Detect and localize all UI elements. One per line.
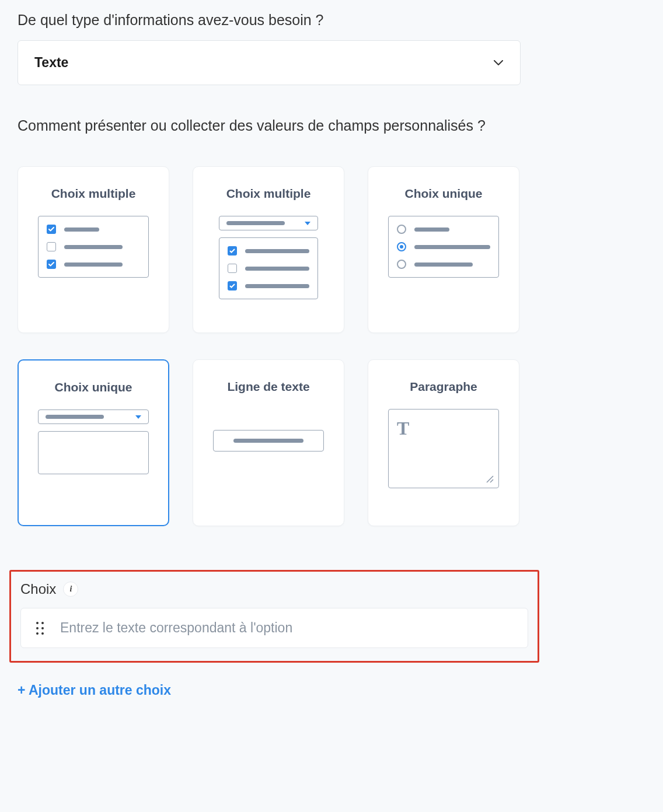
checkbox-icon [47, 225, 56, 234]
checkbox-icon [228, 264, 237, 273]
resize-icon [486, 475, 494, 483]
radio-icon [397, 242, 406, 251]
card-single-dropdown[interactable]: Choix unique [18, 359, 169, 526]
card-title: Ligne de texte [227, 380, 309, 394]
card-text-line[interactable]: Ligne de texte [193, 359, 344, 526]
checkbox-icon [47, 260, 56, 269]
dropdown-selected-value: Texte [34, 55, 68, 71]
text-icon: T [397, 418, 409, 439]
preview-paragraph: T [388, 409, 499, 488]
presentation-label: Comment présenter ou collecter des valeu… [18, 117, 645, 134]
choices-section: Choix i [9, 570, 539, 663]
preview-dropdown [219, 216, 318, 230]
svg-line-1 [490, 480, 493, 482]
card-title: Choix multiple [226, 187, 311, 201]
svg-line-0 [487, 476, 493, 482]
choice-row [20, 608, 528, 648]
preview-text-line [213, 430, 324, 452]
choices-label: Choix [20, 581, 56, 597]
preview-list [38, 431, 149, 474]
checkbox-icon [47, 242, 56, 251]
radio-icon [397, 225, 406, 234]
field-type-grid: Choix multiple Choix multiple [18, 166, 645, 526]
card-title: Choix multiple [51, 187, 136, 201]
choice-text-input[interactable] [60, 620, 512, 636]
card-paragraph[interactable]: Paragraphe T [368, 359, 519, 526]
caret-down-icon [135, 415, 141, 419]
preview-checkbox-list [219, 237, 318, 299]
checkbox-icon [228, 281, 237, 290]
card-single-radio[interactable]: Choix unique [368, 166, 519, 333]
checkbox-icon [228, 246, 237, 256]
add-choice-link[interactable]: + Ajouter un autre choix [18, 682, 171, 698]
preview-radio-list [388, 216, 499, 278]
caret-down-icon [305, 222, 310, 225]
type-dropdown[interactable]: Texte [18, 40, 521, 85]
card-title: Choix unique [55, 380, 132, 394]
card-multi-dropdown[interactable]: Choix multiple [193, 166, 344, 333]
chevron-down-icon [493, 58, 504, 68]
card-multi-checkbox[interactable]: Choix multiple [18, 166, 169, 333]
radio-icon [397, 260, 406, 269]
card-title: Paragraphe [410, 380, 477, 394]
preview-checkbox-list [38, 216, 149, 278]
drag-handle-icon[interactable] [36, 622, 44, 635]
preview-dropdown [38, 410, 149, 424]
info-icon[interactable]: i [63, 582, 78, 597]
question-type-label: De quel type d'informations avez-vous be… [18, 12, 645, 29]
card-title: Choix unique [405, 187, 483, 201]
